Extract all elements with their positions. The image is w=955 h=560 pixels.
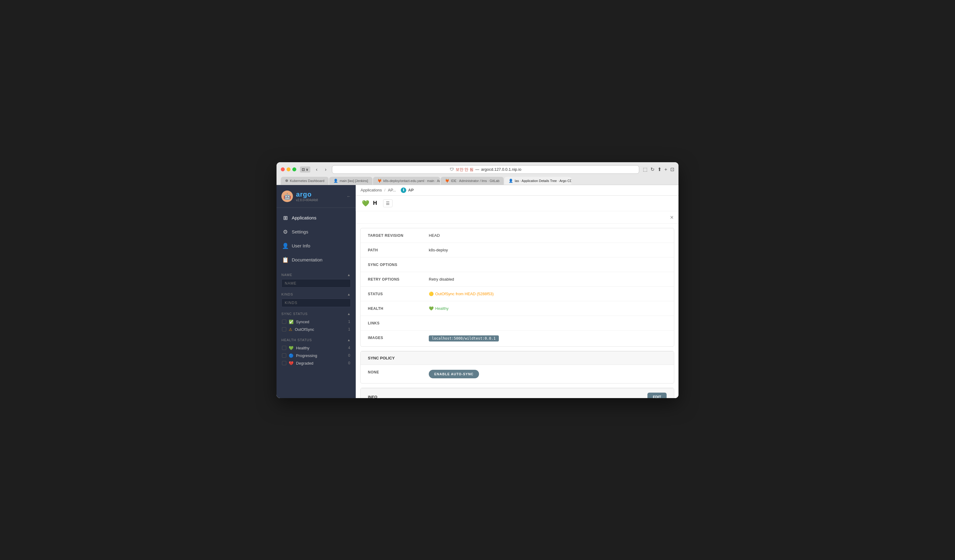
tab-k8s-dashboard-favicon: ☸ xyxy=(285,179,288,183)
filter-synced-checkbox[interactable] xyxy=(282,320,286,324)
nav-back-button[interactable]: ‹ xyxy=(314,166,319,173)
filter-kinds-section: KINDS ▲ xyxy=(281,292,351,307)
logo-text: argo v2.8.0+804d4b8 xyxy=(296,190,318,202)
traffic-light-close[interactable] xyxy=(281,167,285,172)
label-path: PATH xyxy=(368,248,429,252)
reload-button[interactable]: ↻ xyxy=(650,167,654,172)
healthy-status: 💚 Healthy xyxy=(429,306,449,311)
filter-health-status-header[interactable]: HEALTH STATUS ▲ xyxy=(281,338,351,342)
user-info-icon: 👤 xyxy=(282,243,289,249)
info-header: INFO EDIT xyxy=(360,388,674,398)
tab-k8s-dashboard[interactable]: ☸ Kubernetes Dashboard xyxy=(281,177,329,185)
new-tab-button[interactable]: + xyxy=(664,167,667,172)
filter-progressing-checkbox[interactable] xyxy=(282,353,286,357)
documentation-icon: 📋 xyxy=(282,257,289,263)
detail-row-sync-options: SYNC OPTIONS xyxy=(360,257,674,272)
browser-tabs: ☸ Kubernetes Dashboard 👤 main [las] [Jen… xyxy=(281,177,674,185)
enable-auto-sync-button[interactable]: ENABLE AUTO-SYNC xyxy=(429,370,479,378)
progressing-icon: 🔵 xyxy=(289,353,294,358)
filter-kinds-collapse-icon: ▲ xyxy=(347,292,351,296)
filter-progressing-label: Progressing xyxy=(296,353,317,358)
tab-jenkins-label: main [las] [Jenkins] xyxy=(340,179,368,183)
address-colored-text: 보안 안 됨 xyxy=(456,167,474,172)
filter-sync-status-collapse-icon: ▲ xyxy=(347,312,351,316)
out-of-sync-status-icon: 🟡 xyxy=(429,292,434,296)
sidebar-item-user-info-label: User Info xyxy=(292,243,310,248)
screenshot-button[interactable]: ⬚ xyxy=(643,167,647,172)
tab-argocd-label: las · Application Details Tree · Argo CD xyxy=(515,179,571,183)
filter-health-status-label: HEALTH STATUS xyxy=(281,338,312,342)
tab-gitlab-favicon: 🦊 xyxy=(445,179,449,183)
nav-forward-button[interactable]: › xyxy=(323,166,328,173)
sidebar-item-settings[interactable]: ⚙ Settings xyxy=(277,225,356,239)
tab-k8s-deploy-favicon: 🦊 xyxy=(377,179,382,183)
sidebar-filters: NAME ▲ KINDS ▲ SYNC STATUS xyxy=(277,270,356,398)
app-header: Applications / AP... ℹ AP xyxy=(356,185,678,196)
tab-gitlab[interactable]: 🦊 IDE · Administrator / lms · GitLab xyxy=(441,177,504,185)
filter-healthy-checkbox[interactable] xyxy=(282,346,286,350)
breadcrumb-applications[interactable]: Applications xyxy=(360,188,382,192)
filter-kinds-label: KINDS xyxy=(281,292,293,296)
filter-progressing-item: 🔵 Progressing 0 xyxy=(281,352,351,359)
sync-policy-none-value: ENABLE AUTO-SYNC xyxy=(429,370,667,378)
image-tag-badge[interactable]: localhost:5000/wildtest:0.0.1 xyxy=(429,335,499,342)
app-info-badge: ℹ AP xyxy=(401,187,413,193)
traffic-light-minimize[interactable] xyxy=(286,167,291,172)
info-icon: ℹ xyxy=(401,187,406,193)
share-button[interactable]: ⬆ xyxy=(658,167,661,172)
tab-k8s-deploy[interactable]: 🦊 k8s-deploy/ontact-edu.yaml · main · Ad… xyxy=(373,177,440,185)
breadcrumb-current: AP... xyxy=(388,188,396,192)
sidebar-button[interactable]: ⊡ xyxy=(670,167,674,172)
sidebar-item-applications[interactable]: ⊞ Applications xyxy=(277,211,356,225)
sidebar-item-user-info[interactable]: 👤 User Info xyxy=(277,239,356,253)
address-separator: — xyxy=(475,167,479,172)
source-info-card: TARGET REVISION HEAD PATH k8s-deploy SYN… xyxy=(360,228,674,347)
sidebar-collapse-icon[interactable]: ← xyxy=(346,194,351,199)
address-bar[interactable]: 🛡 보안 안 됨 — argocd.127.0.0.1.nip.io xyxy=(332,165,639,174)
sync-policy-header: SYNC POLICY xyxy=(360,351,674,365)
browser-window: ⊡ ∨ ‹ › 🛡 보안 안 됨 — argocd.127.0.0.1.nip.… xyxy=(277,162,678,398)
tab-gitlab-label: IDE · Administrator / lms · GitLab xyxy=(451,179,500,183)
filter-name-input[interactable] xyxy=(281,279,351,288)
filter-kinds-input[interactable] xyxy=(281,299,351,307)
value-path: k8s-deploy xyxy=(429,248,667,252)
browser-actions: ⬚ ↻ ⬆ + ⊡ xyxy=(643,167,674,172)
out-of-sync-icon: ⚠ xyxy=(289,327,292,332)
info-title: INFO xyxy=(368,395,377,398)
detail-row-links: LINKS xyxy=(360,316,674,331)
sidebar-item-documentation[interactable]: 📋 Documentation xyxy=(277,253,356,267)
filter-degraded-checkbox[interactable] xyxy=(282,361,286,365)
app-status-bar: 💚 H ☰ xyxy=(356,196,678,211)
detail-close-row: × xyxy=(356,211,678,224)
sync-policy-none-label: NONE xyxy=(368,370,429,374)
filter-health-status-section: HEALTH STATUS ▲ 💚 Healthy 4 🔵 Progressin… xyxy=(281,338,351,367)
detail-row-path: PATH k8s-deploy xyxy=(360,243,674,257)
filter-sync-status-header[interactable]: SYNC STATUS ▲ xyxy=(281,312,351,316)
traffic-light-fullscreen[interactable] xyxy=(292,167,296,172)
sidebar-toggle-button[interactable]: ⊡ ∨ xyxy=(300,167,310,173)
filter-name-label: NAME xyxy=(281,273,292,277)
filter-degraded-label: Degraded xyxy=(296,361,313,365)
sync-policy-none-row: NONE ENABLE AUTO-SYNC xyxy=(360,365,674,383)
list-view-button[interactable]: ☰ xyxy=(383,199,393,207)
sync-policy-card: SYNC POLICY NONE ENABLE AUTO-SYNC xyxy=(360,351,674,384)
filter-out-of-sync-count: 1 xyxy=(348,327,350,331)
filter-out-of-sync-checkbox[interactable] xyxy=(282,327,286,331)
tab-argocd[interactable]: 👤 las · Application Details Tree · Argo … xyxy=(504,177,571,185)
value-images: localhost:5000/wildtest:0.0.1 xyxy=(429,335,667,342)
detail-close-button[interactable]: × xyxy=(670,214,674,220)
filter-health-status-collapse-icon: ▲ xyxy=(347,338,351,342)
detail-row-images: IMAGES localhost:5000/wildtest:0.0.1 xyxy=(360,331,674,346)
filter-out-of-sync-item: ⚠ OutOfSync 1 xyxy=(281,326,351,333)
tab-jenkins[interactable]: 👤 main [las] [Jenkins] xyxy=(329,177,373,185)
sidebar: 🤖 argo v2.8.0+804d4b8 ← ⊞ Applications ⚙… xyxy=(277,185,356,398)
breadcrumb-separator: / xyxy=(384,188,385,192)
tab-k8s-dashboard-label: Kubernetes Dashboard xyxy=(290,179,324,183)
info-edit-button[interactable]: EDIT xyxy=(647,393,667,398)
logo-avatar: 🤖 xyxy=(281,190,293,202)
filter-name-header[interactable]: NAME ▲ xyxy=(281,273,351,277)
sidebar-logo: 🤖 argo v2.8.0+804d4b8 ← xyxy=(277,185,356,208)
out-of-sync-status-text: OutOfSync from HEAD (5288f53) xyxy=(435,292,494,296)
synced-icon: ✅ xyxy=(289,320,294,324)
filter-kinds-header[interactable]: KINDS ▲ xyxy=(281,292,351,296)
